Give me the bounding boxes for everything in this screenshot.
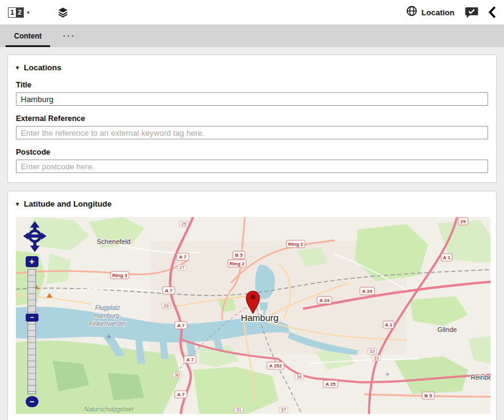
postcode-input[interactable] <box>16 160 488 173</box>
road-badge: 29 <box>458 218 468 225</box>
exit-number: 36 <box>295 374 304 380</box>
pan-left-icon <box>23 232 29 240</box>
location-button[interactable]: Location <box>406 6 455 19</box>
road-badge: A 24 <box>317 297 332 304</box>
page-badge-dropdown-caret[interactable]: ▾ <box>27 10 29 15</box>
place-label-flugplatz: Finkenwerder <box>89 320 126 327</box>
road-badge: Ring 3 <box>111 271 129 279</box>
pan-down-icon <box>30 246 40 252</box>
exit-number: 27 <box>178 265 186 270</box>
svg-text:33: 33 <box>374 355 379 361</box>
place-label-flugplatz: Flugplatz <box>95 304 120 311</box>
zoom-out-button[interactable]: − <box>26 396 38 407</box>
road-badge: A 7 <box>163 287 175 294</box>
svg-text:A 7: A 7 <box>179 254 187 260</box>
exit-number: 37 <box>279 407 288 413</box>
layers-icon[interactable] <box>57 7 68 18</box>
page-badge-digit-1: 1 <box>9 8 16 17</box>
place-label-nature-reserve: Naturschutzgebiet <box>84 406 134 413</box>
airfield-icon: ✈ <box>106 333 112 341</box>
road-badge: A 7 <box>175 391 187 398</box>
svg-text:A 7: A 7 <box>186 357 194 363</box>
location-label: Location <box>422 8 455 17</box>
road-badge: B 5 <box>233 251 245 259</box>
svg-text:Ring 3: Ring 3 <box>112 273 128 278</box>
locations-section-title: Locations <box>24 63 61 72</box>
map-canvas[interactable]: ✈ ✈ Ring 3 A 7 B 5 Ring 2 Ring 2 A 1 A 2… <box>16 217 491 414</box>
svg-text:37: 37 <box>281 407 286 413</box>
svg-text:36: 36 <box>297 374 302 380</box>
svg-text:Ring 2: Ring 2 <box>288 241 304 247</box>
exit-number: 33 <box>368 348 376 354</box>
external-reference-field-label: External Reference <box>16 114 488 123</box>
exit-number: 31 <box>235 407 243 413</box>
place-label-glinde: Glinde <box>437 326 457 333</box>
map-tiles: ✈ ✈ Ring 3 A 7 B 5 Ring 2 Ring 2 A 1 A 2… <box>16 217 491 414</box>
place-label-flugplatz: Hamburg- <box>94 312 122 319</box>
svg-text:B 5: B 5 <box>425 393 433 399</box>
zoom-slider-track[interactable]: − <box>27 269 36 394</box>
exit-number: 29 <box>162 303 170 309</box>
collapse-left-chevron-icon[interactable] <box>488 6 496 18</box>
top-toolbar: 1 2 ▾ Location <box>0 0 504 24</box>
tab-bar: Content ··· <box>0 24 504 47</box>
tab-content-label: Content <box>14 32 42 40</box>
road-badge: A 7 <box>184 356 196 363</box>
external-reference-input[interactable] <box>16 126 488 139</box>
svg-text:A 252: A 252 <box>269 363 282 369</box>
svg-text:29: 29 <box>164 303 169 309</box>
svg-text:25: 25 <box>181 221 186 227</box>
svg-text:A 1: A 1 <box>443 255 451 260</box>
svg-text:31: 31 <box>236 407 241 413</box>
svg-text:A 1: A 1 <box>385 322 393 328</box>
road-badge: A 1 <box>383 321 394 328</box>
locations-section-header[interactable]: ▾ Locations <box>16 63 488 72</box>
zoom-in-button[interactable]: + <box>26 256 38 267</box>
exit-number: 25 <box>180 221 188 227</box>
content-area: ▾ Locations Title External Reference Pos… <box>0 47 504 420</box>
svg-text:Ring 2: Ring 2 <box>230 261 245 267</box>
locations-section: ▾ Locations Title External Reference Pos… <box>7 54 497 183</box>
comment-check-icon[interactable] <box>465 7 478 18</box>
collapse-triangle-icon: ▾ <box>16 64 19 71</box>
road-badge: A 1 <box>441 254 452 261</box>
lat-long-section: ▾ Latitude and Longitude <box>7 191 497 420</box>
svg-text:A 7: A 7 <box>165 288 173 293</box>
place-label-schenefeld: Schenefeld <box>97 238 130 245</box>
svg-text:A 25: A 25 <box>326 381 336 387</box>
road-badge: Ring 2 <box>287 240 305 248</box>
place-label-reinbek: Reinbe <box>471 374 491 381</box>
road-badge: A 7 <box>175 322 187 329</box>
road-badge: B 5 <box>422 392 434 399</box>
road-badge: A 24 <box>360 287 374 295</box>
lat-long-section-title: Latitude and Longitude <box>24 199 112 208</box>
lat-long-section-header[interactable]: ▾ Latitude and Longitude <box>16 199 488 208</box>
airfield-icon: ✈ <box>385 371 390 378</box>
place-label-hamburg: Hamburg <box>241 312 279 323</box>
tab-content[interactable]: Content <box>0 24 56 47</box>
title-input[interactable] <box>16 92 488 106</box>
road-badge: A 7 <box>177 253 189 260</box>
map-zoom-control: + − − <box>25 256 38 407</box>
road-badge: A 25 <box>323 380 338 388</box>
svg-text:A 7: A 7 <box>177 323 185 328</box>
page-badge-digit-2: 2 <box>16 8 23 17</box>
collapse-triangle-icon: ▾ <box>16 201 19 207</box>
svg-text:27: 27 <box>180 265 184 270</box>
zoom-slider-handle[interactable]: − <box>26 314 38 322</box>
road-badge: Ring 2 <box>228 260 246 267</box>
svg-text:A 24: A 24 <box>320 298 330 303</box>
postcode-field-label: Postcode <box>16 148 488 157</box>
map-pan-control[interactable] <box>23 221 47 255</box>
svg-text:30: 30 <box>175 372 180 378</box>
exit-number: 30 <box>173 372 181 378</box>
exit-number: 33 <box>372 355 381 361</box>
svg-text:B 5: B 5 <box>235 252 243 258</box>
tab-more[interactable]: ··· <box>56 24 83 47</box>
svg-text:A 7: A 7 <box>177 392 185 397</box>
svg-text:33: 33 <box>370 348 374 354</box>
title-field-label: Title <box>16 81 488 89</box>
pan-right-icon <box>41 232 46 240</box>
svg-text:29: 29 <box>461 219 466 224</box>
page-number-badge[interactable]: 1 2 <box>8 7 24 18</box>
